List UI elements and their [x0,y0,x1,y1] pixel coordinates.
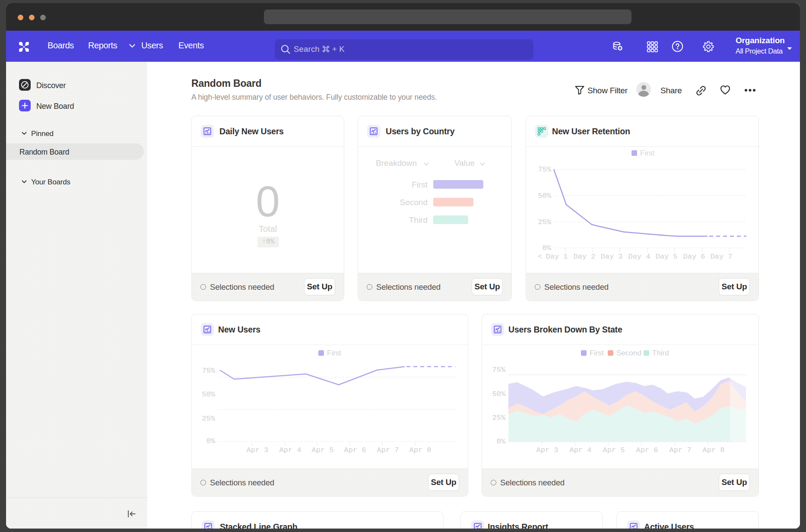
svg-text:25%: 25% [202,415,215,423]
svg-text:First: First [640,149,654,157]
svg-text:75%: 75% [202,367,215,375]
svg-text:First: First [327,349,341,357]
svg-text:Day 4: Day 4 [628,253,650,261]
svg-text:Third: Third [652,349,669,357]
svg-text:Apr 6: Apr 6 [344,446,366,454]
svg-text:Apr 6: Apr 6 [636,446,658,454]
svg-text:First: First [590,349,604,357]
svg-text:Day 2: Day 2 [573,253,595,261]
svg-text:<: < [538,253,542,261]
svg-text:Apr 5: Apr 5 [311,446,333,454]
svg-text:Apr 3: Apr 3 [536,446,558,454]
svg-text:Second: Second [616,349,641,357]
svg-text:0%: 0% [497,437,506,446]
svg-text:Day 1: Day 1 [546,253,568,261]
svg-text:Day 6: Day 6 [683,253,705,261]
svg-text:Apr 7: Apr 7 [377,446,399,454]
svg-text:Apr 4: Apr 4 [569,446,591,454]
svg-text:Apr 3: Apr 3 [246,446,268,454]
svg-text:75%: 75% [492,366,505,374]
svg-text:50%: 50% [202,390,215,399]
svg-text:Apr 8: Apr 8 [409,446,431,454]
svg-text:Day 3: Day 3 [600,253,622,261]
svg-text:Apr 8: Apr 8 [702,446,724,454]
svg-text:Day 5: Day 5 [655,253,677,261]
svg-text:Apr 7: Apr 7 [669,446,691,454]
svg-text:Day 7: Day 7 [710,253,732,261]
svg-text:25%: 25% [492,414,505,422]
svg-text:50%: 50% [492,390,505,398]
svg-text:Apr 4: Apr 4 [279,446,301,454]
svg-text:25%: 25% [538,218,551,226]
svg-text:Apr 5: Apr 5 [603,446,625,454]
svg-text:50%: 50% [538,192,551,200]
svg-text:0%: 0% [206,437,216,445]
svg-text:0%: 0% [543,244,552,252]
svg-text:75%: 75% [538,165,551,174]
